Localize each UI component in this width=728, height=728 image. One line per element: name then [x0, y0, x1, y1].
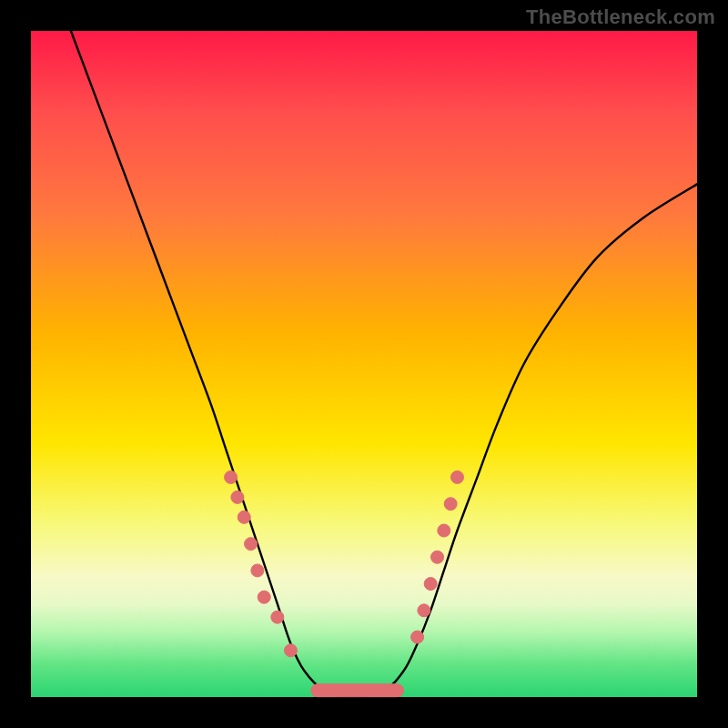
data-marker — [418, 604, 430, 617]
bottleneck-curve — [71, 31, 697, 697]
markers-right-cluster — [411, 470, 464, 643]
data-marker — [271, 611, 284, 623]
data-marker — [245, 538, 258, 551]
data-marker — [411, 631, 424, 643]
bottom-marker-bar — [311, 684, 404, 697]
plot-svg — [31, 31, 697, 697]
chart-frame: TheBottleneck.com — [0, 0, 728, 728]
watermark-text: TheBottleneck.com — [526, 5, 715, 29]
data-marker — [450, 470, 463, 483]
data-marker — [438, 524, 450, 537]
data-marker — [231, 490, 244, 503]
plot-area — [31, 31, 697, 697]
data-marker — [225, 470, 238, 483]
data-marker — [238, 511, 250, 523]
data-marker — [258, 591, 270, 603]
data-marker — [251, 564, 264, 577]
markers-bottom-cluster — [311, 684, 404, 697]
data-marker — [424, 578, 437, 591]
data-marker — [284, 644, 297, 657]
data-marker — [431, 551, 444, 563]
data-marker — [444, 498, 457, 511]
